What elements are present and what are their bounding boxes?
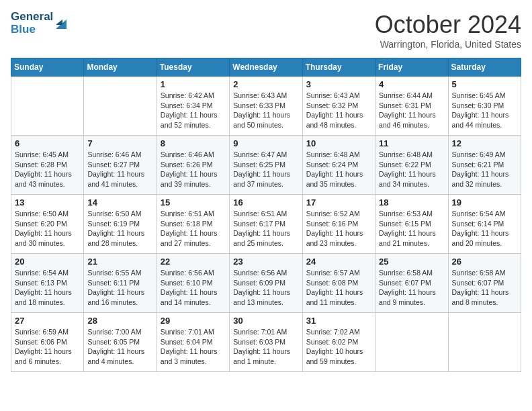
cell-info: Sunrise: 7:02 AM Sunset: 6:02 PM Dayligh… — [306, 327, 371, 367]
calendar-cell: 8Sunrise: 6:46 AM Sunset: 6:26 PM Daylig… — [157, 136, 229, 195]
calendar-day-header: Wednesday — [230, 58, 302, 77]
calendar-day-header: Thursday — [302, 58, 375, 77]
calendar-cell: 3Sunrise: 6:43 AM Sunset: 6:32 PM Daylig… — [302, 77, 375, 136]
calendar-cell — [84, 77, 157, 136]
day-number: 31 — [306, 316, 371, 326]
page-header: General Blue October 2024 Warrington, Fl… — [11, 11, 521, 50]
cell-info: Sunrise: 6:45 AM Sunset: 6:28 PM Dayligh… — [15, 150, 80, 189]
cell-info: Sunrise: 6:54 AM Sunset: 6:14 PM Dayligh… — [452, 209, 517, 248]
day-number: 12 — [452, 138, 517, 148]
calendar-week-row: 20Sunrise: 6:54 AM Sunset: 6:13 PM Dayli… — [11, 254, 521, 313]
cell-info: Sunrise: 6:55 AM Sunset: 6:11 PM Dayligh… — [87, 268, 152, 308]
calendar-cell: 20Sunrise: 6:54 AM Sunset: 6:13 PM Dayli… — [11, 254, 84, 313]
calendar-table: SundayMondayTuesdayWednesdayThursdayFrid… — [11, 58, 521, 372]
calendar-header: SundayMondayTuesdayWednesdayThursdayFrid… — [11, 58, 521, 77]
location: Warrington, Florida, United States — [375, 39, 521, 50]
calendar-cell: 31Sunrise: 7:02 AM Sunset: 6:02 PM Dayli… — [302, 313, 375, 372]
cell-info: Sunrise: 6:46 AM Sunset: 6:27 PM Dayligh… — [87, 150, 152, 189]
calendar-week-row: 6Sunrise: 6:45 AM Sunset: 6:28 PM Daylig… — [11, 136, 521, 195]
cell-info: Sunrise: 6:50 AM Sunset: 6:20 PM Dayligh… — [15, 209, 80, 248]
month-title: October 2024 — [375, 11, 521, 39]
day-number: 22 — [161, 257, 226, 267]
cell-info: Sunrise: 6:45 AM Sunset: 6:30 PM Dayligh… — [452, 91, 517, 130]
day-number: 13 — [15, 197, 80, 208]
cell-info: Sunrise: 6:56 AM Sunset: 6:09 PM Dayligh… — [233, 268, 298, 308]
svg-marker-1 — [56, 19, 62, 25]
cell-info: Sunrise: 6:43 AM Sunset: 6:33 PM Dayligh… — [233, 91, 298, 130]
calendar-cell: 21Sunrise: 6:55 AM Sunset: 6:11 PM Dayli… — [84, 254, 157, 313]
cell-info: Sunrise: 6:43 AM Sunset: 6:32 PM Dayligh… — [306, 91, 371, 130]
cell-info: Sunrise: 6:53 AM Sunset: 6:15 PM Dayligh… — [379, 209, 444, 248]
calendar-cell: 10Sunrise: 6:48 AM Sunset: 6:24 PM Dayli… — [302, 136, 375, 195]
calendar-cell: 12Sunrise: 6:49 AM Sunset: 6:21 PM Dayli… — [448, 136, 521, 195]
logo-triangle-icon — [54, 17, 68, 30]
day-number: 6 — [15, 138, 80, 148]
cell-info: Sunrise: 6:51 AM Sunset: 6:18 PM Dayligh… — [161, 209, 226, 248]
day-number: 29 — [161, 316, 226, 326]
logo-line1: General — [11, 11, 53, 24]
calendar-cell: 18Sunrise: 6:53 AM Sunset: 6:15 PM Dayli… — [375, 195, 448, 254]
day-number: 26 — [452, 257, 517, 267]
cell-info: Sunrise: 6:51 AM Sunset: 6:17 PM Dayligh… — [233, 209, 298, 248]
day-number: 16 — [233, 197, 298, 208]
day-number: 18 — [379, 197, 444, 208]
day-number: 11 — [379, 138, 444, 148]
calendar-cell: 27Sunrise: 6:59 AM Sunset: 6:06 PM Dayli… — [11, 313, 84, 372]
day-number: 15 — [161, 197, 226, 208]
day-number: 10 — [306, 138, 371, 148]
cell-info: Sunrise: 6:48 AM Sunset: 6:22 PM Dayligh… — [379, 150, 444, 189]
cell-info: Sunrise: 6:57 AM Sunset: 6:08 PM Dayligh… — [306, 268, 371, 308]
calendar-cell — [11, 77, 84, 136]
calendar-cell: 25Sunrise: 6:58 AM Sunset: 6:07 PM Dayli… — [375, 254, 448, 313]
calendar-day-header: Friday — [375, 58, 448, 77]
cell-info: Sunrise: 6:50 AM Sunset: 6:19 PM Dayligh… — [87, 209, 152, 248]
calendar-cell: 13Sunrise: 6:50 AM Sunset: 6:20 PM Dayli… — [11, 195, 84, 254]
day-number: 4 — [379, 79, 444, 89]
cell-info: Sunrise: 6:59 AM Sunset: 6:06 PM Dayligh… — [15, 327, 80, 367]
calendar-day-header: Monday — [84, 58, 157, 77]
calendar-cell: 11Sunrise: 6:48 AM Sunset: 6:22 PM Dayli… — [375, 136, 448, 195]
calendar-week-row: 27Sunrise: 6:59 AM Sunset: 6:06 PM Dayli… — [11, 313, 521, 372]
cell-info: Sunrise: 6:48 AM Sunset: 6:24 PM Dayligh… — [306, 150, 371, 189]
logo-line2: Blue — [11, 24, 53, 36]
cell-info: Sunrise: 6:56 AM Sunset: 6:10 PM Dayligh… — [161, 268, 226, 308]
calendar-cell: 15Sunrise: 6:51 AM Sunset: 6:18 PM Dayli… — [157, 195, 229, 254]
day-number: 5 — [452, 79, 517, 89]
day-number: 27 — [15, 316, 80, 326]
calendar-cell: 9Sunrise: 6:47 AM Sunset: 6:25 PM Daylig… — [230, 136, 302, 195]
day-number: 23 — [233, 257, 298, 267]
day-number: 17 — [306, 197, 371, 208]
day-number: 25 — [379, 257, 444, 267]
calendar-cell — [375, 313, 448, 372]
cell-info: Sunrise: 6:42 AM Sunset: 6:34 PM Dayligh… — [161, 91, 226, 130]
cell-info: Sunrise: 6:54 AM Sunset: 6:13 PM Dayligh… — [15, 268, 80, 308]
calendar-cell: 24Sunrise: 6:57 AM Sunset: 6:08 PM Dayli… — [302, 254, 375, 313]
calendar-cell: 7Sunrise: 6:46 AM Sunset: 6:27 PM Daylig… — [84, 136, 157, 195]
day-number: 20 — [15, 257, 80, 267]
cell-info: Sunrise: 6:58 AM Sunset: 6:07 PM Dayligh… — [379, 268, 444, 308]
calendar-cell — [448, 313, 521, 372]
day-number: 19 — [452, 197, 517, 208]
day-number: 24 — [306, 257, 371, 267]
calendar-cell: 6Sunrise: 6:45 AM Sunset: 6:28 PM Daylig… — [11, 136, 84, 195]
title-block: October 2024 Warrington, Florida, United… — [375, 11, 521, 50]
calendar-cell: 30Sunrise: 7:01 AM Sunset: 6:03 PM Dayli… — [230, 313, 302, 372]
calendar-day-header: Tuesday — [157, 58, 229, 77]
calendar-cell: 28Sunrise: 7:00 AM Sunset: 6:05 PM Dayli… — [84, 313, 157, 372]
calendar-day-header: Saturday — [448, 58, 521, 77]
calendar-cell: 23Sunrise: 6:56 AM Sunset: 6:09 PM Dayli… — [230, 254, 302, 313]
day-number: 2 — [233, 79, 298, 89]
day-number: 14 — [87, 197, 152, 208]
logo: General Blue — [11, 11, 68, 36]
day-number: 3 — [306, 79, 371, 89]
calendar-cell: 4Sunrise: 6:44 AM Sunset: 6:31 PM Daylig… — [375, 77, 448, 136]
day-number: 21 — [87, 257, 152, 267]
calendar-cell: 17Sunrise: 6:52 AM Sunset: 6:16 PM Dayli… — [302, 195, 375, 254]
cell-info: Sunrise: 6:58 AM Sunset: 6:07 PM Dayligh… — [452, 268, 517, 308]
calendar-week-row: 13Sunrise: 6:50 AM Sunset: 6:20 PM Dayli… — [11, 195, 521, 254]
cell-info: Sunrise: 6:49 AM Sunset: 6:21 PM Dayligh… — [452, 150, 517, 189]
calendar-cell: 26Sunrise: 6:58 AM Sunset: 6:07 PM Dayli… — [448, 254, 521, 313]
cell-info: Sunrise: 7:01 AM Sunset: 6:03 PM Dayligh… — [233, 327, 298, 367]
calendar-week-row: 1Sunrise: 6:42 AM Sunset: 6:34 PM Daylig… — [11, 77, 521, 136]
cell-info: Sunrise: 7:01 AM Sunset: 6:04 PM Dayligh… — [161, 327, 226, 367]
